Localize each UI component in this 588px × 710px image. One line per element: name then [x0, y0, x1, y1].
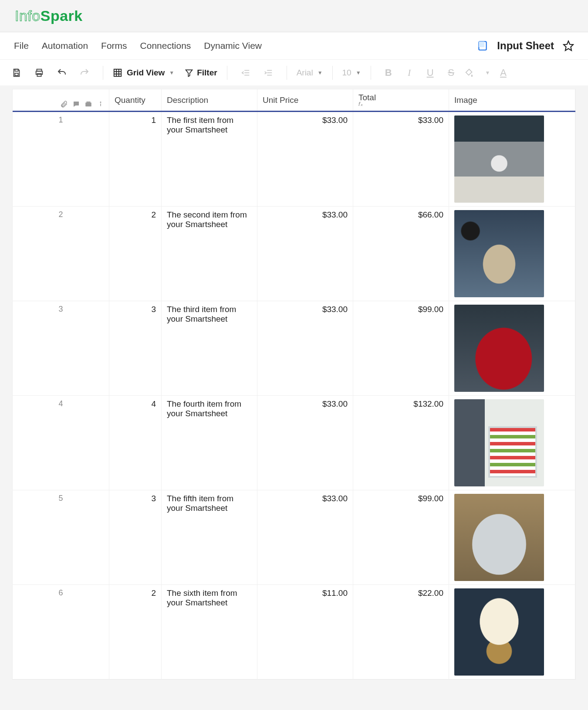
attachment-icon[interactable]	[60, 100, 68, 108]
menu-dynamic-view[interactable]: Dynamic View	[204, 41, 262, 51]
menu-automation[interactable]: Automation	[42, 41, 88, 51]
cell-quantity[interactable]: 2	[109, 585, 162, 679]
cell-description[interactable]: The fifth item from your Smartsheet	[162, 490, 257, 584]
redo-icon[interactable]	[76, 64, 93, 82]
cell-unit-price[interactable]: $33.00	[257, 301, 353, 395]
cell-total[interactable]: $33.00	[353, 112, 449, 206]
header-unit-price[interactable]: Unit Price	[257, 89, 353, 111]
outdent-icon[interactable]	[237, 64, 254, 82]
cell-total[interactable]: $66.00	[353, 207, 449, 301]
strikethrough-icon[interactable]: S	[443, 67, 459, 78]
cell-unit-price[interactable]: $33.00	[257, 396, 353, 490]
save-icon[interactable]	[8, 64, 25, 82]
product-image[interactable]	[454, 305, 544, 392]
favorite-star-icon[interactable]	[563, 40, 574, 51]
header-description[interactable]: Description	[162, 89, 257, 111]
product-image[interactable]	[454, 588, 544, 676]
sheet-icon	[477, 40, 488, 51]
table-row[interactable]: 11The first item from your Smartsheet$33…	[13, 112, 575, 207]
brand-bar: InfoSpark	[0, 0, 588, 32]
italic-icon[interactable]: I	[402, 67, 417, 78]
toolbar-separator	[227, 66, 227, 80]
chevron-down-icon[interactable]: ▼	[485, 70, 490, 76]
svg-rect-2	[15, 69, 18, 71]
table-row[interactable]: 33The third item from your Smartsheet$33…	[13, 301, 575, 396]
row-number[interactable]: 2	[13, 207, 109, 301]
row-number[interactable]: 3	[13, 301, 109, 395]
cell-description[interactable]: The third item from your Smartsheet	[162, 301, 257, 395]
indent-icon[interactable]	[260, 64, 277, 82]
menu-connections[interactable]: Connections	[140, 41, 191, 51]
cell-total[interactable]: $22.00	[353, 585, 449, 679]
text-color-icon[interactable]: A	[495, 67, 511, 78]
product-image[interactable]	[454, 494, 544, 581]
proof-icon[interactable]	[84, 100, 92, 108]
cell-unit-price[interactable]: $33.00	[257, 112, 353, 206]
view-switcher[interactable]: Grid View ▼	[113, 68, 174, 78]
header-total[interactable]: Total fₓ	[353, 89, 449, 111]
undo-icon[interactable]	[53, 64, 71, 82]
cell-image[interactable]	[449, 585, 575, 679]
cell-description[interactable]: The sixth item from your Smartsheet	[162, 585, 257, 679]
filter-button[interactable]: Filter	[185, 68, 217, 78]
header-quantity[interactable]: Quantity	[109, 89, 162, 111]
cell-unit-price[interactable]: $33.00	[257, 207, 353, 301]
font-family-select[interactable]: Arial ▼	[297, 68, 323, 78]
underline-icon[interactable]: U	[422, 67, 438, 78]
toolbar-separator	[103, 66, 103, 80]
svg-marker-1	[564, 41, 573, 51]
cell-total[interactable]: $99.00	[353, 490, 449, 584]
cell-image[interactable]	[449, 301, 575, 395]
cell-image[interactable]	[449, 490, 575, 584]
row-number[interactable]: 5	[13, 490, 109, 584]
print-icon[interactable]	[30, 64, 48, 82]
cell-quantity[interactable]: 1	[109, 112, 162, 206]
header-unit-price-label: Unit Price	[263, 95, 348, 105]
cell-description[interactable]: The fourth item from your Smartsheet	[162, 396, 257, 490]
menu-forms[interactable]: Forms	[101, 41, 127, 51]
cell-quantity[interactable]: 3	[109, 490, 162, 584]
cell-total[interactable]: $99.00	[353, 301, 449, 395]
row-meta-header	[13, 89, 109, 111]
header-quantity-label: Quantity	[115, 95, 156, 105]
chevron-down-icon: ▼	[169, 70, 174, 76]
product-image[interactable]	[454, 210, 544, 297]
row-number[interactable]: 1	[13, 112, 109, 206]
cell-image[interactable]	[449, 207, 575, 301]
info-icon[interactable]	[97, 100, 105, 108]
table-row[interactable]: 22The second item from your Smartsheet$3…	[13, 207, 575, 301]
svg-point-21	[100, 102, 101, 103]
sheet-title[interactable]: Input Sheet	[497, 40, 554, 52]
cell-quantity[interactable]: 4	[109, 396, 162, 490]
menu-file[interactable]: File	[14, 41, 29, 51]
cell-total[interactable]: $132.00	[353, 396, 449, 490]
cell-unit-price[interactable]: $11.00	[257, 585, 353, 679]
svg-rect-7	[114, 69, 122, 76]
menu-left: File Automation Forms Connections Dynami…	[14, 41, 262, 51]
toolbar-separator	[287, 66, 287, 80]
cell-quantity[interactable]: 2	[109, 207, 162, 301]
row-number[interactable]: 6	[13, 585, 109, 679]
grid-wrap: Quantity Description Unit Price Total fₓ…	[0, 89, 588, 697]
product-image[interactable]	[454, 399, 544, 486]
cell-image[interactable]	[449, 396, 575, 490]
toolbar: Grid View ▼ Filter Arial ▼ 10 ▼ B I U S	[0, 59, 588, 85]
bold-icon[interactable]: B	[381, 67, 396, 78]
font-size-select[interactable]: 10 ▼	[342, 68, 361, 78]
cell-quantity[interactable]: 3	[109, 301, 162, 395]
svg-rect-19	[85, 102, 91, 106]
cell-description[interactable]: The second item from your Smartsheet	[162, 207, 257, 301]
row-number[interactable]: 4	[13, 396, 109, 490]
rows-container: 11The first item from your Smartsheet$33…	[13, 112, 575, 679]
table-row[interactable]: 62The sixth item from your Smartsheet$11…	[13, 585, 575, 679]
product-image[interactable]	[454, 116, 544, 203]
fill-color-icon[interactable]	[464, 68, 480, 78]
cell-image[interactable]	[449, 112, 575, 206]
cell-description[interactable]: The first item from your Smartsheet	[162, 112, 257, 206]
cell-unit-price[interactable]: $33.00	[257, 490, 353, 584]
formula-indicator-icon: fₓ	[358, 101, 443, 107]
table-row[interactable]: 44The fourth item from your Smartsheet$3…	[13, 396, 575, 490]
header-image[interactable]: Image	[449, 89, 575, 111]
table-row[interactable]: 53The fifth item from your Smartsheet$33…	[13, 490, 575, 585]
comment-icon[interactable]	[72, 100, 80, 108]
